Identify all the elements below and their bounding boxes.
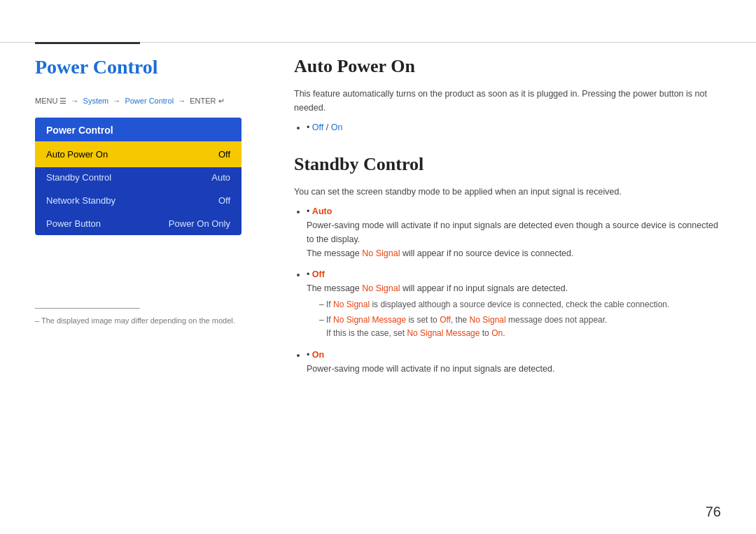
auto-power-on-desc: This feature automatically turns on the … [294, 87, 721, 115]
auto-power-on-title: Auto Power On [294, 56, 721, 77]
off-link: Off [312, 122, 323, 132]
menu-item-value-power-button: Power On Only [169, 218, 230, 229]
standby-bullet-on: On Power-saving mode will activate if no… [307, 348, 721, 376]
standby-control-section: Standby Control You can set the screen s… [294, 154, 721, 376]
breadcrumb: MENU ☰ → System → Power Control → ENTER … [35, 97, 225, 106]
menu-item-value-auto-power-on: Off [218, 149, 230, 160]
menu-item-value-standby-control: Auto [211, 172, 230, 183]
standby-off-text: The message No Signal will appear if no … [307, 283, 568, 293]
menu-item-value-network-standby: Off [218, 195, 230, 206]
standby-off-sub2: If No Signal Message is set to Off, the … [319, 314, 721, 340]
right-content: Auto Power On This feature automatically… [294, 56, 721, 383]
menu-panel: Power Control Auto Power On Off Standby … [35, 118, 241, 235]
menu-item-auto-power-on[interactable]: Auto Power On Off [35, 143, 241, 166]
standby-control-title: Standby Control [294, 154, 721, 175]
on-link: On [331, 122, 343, 132]
auto-power-on-bullet-offon: Off / On [307, 120, 721, 134]
breadcrumb-power-control: Power Control [125, 97, 174, 105]
menu-item-label-power-button: Power Button [46, 218, 101, 229]
standby-auto-text: Power-saving mode will activate if no in… [307, 220, 718, 244]
auto-power-on-bullets: Off / On [307, 120, 721, 134]
standby-auto-note: The message No Signal will appear if no … [307, 248, 573, 258]
breadcrumb-arrow1: → [71, 97, 79, 105]
standby-on-text: Power-saving mode will activate if no in… [307, 364, 554, 374]
breadcrumb-arrow3: → [178, 97, 186, 105]
breadcrumb-system: System [83, 97, 109, 105]
breadcrumb-arrow2: → [113, 97, 120, 105]
off-label: Off [312, 269, 325, 279]
standby-bullet-off: Off The message No Signal will appear if… [307, 267, 721, 295]
footnote-divider [35, 308, 140, 309]
footnote: – The displayed image may differ dependi… [35, 316, 235, 325]
standby-bullet-auto: Auto Power-saving mode will activate if … [307, 204, 721, 260]
menu-item-label-auto-power-on: Auto Power On [46, 149, 108, 160]
standby-control-bullets: Auto Power-saving mode will activate if … [307, 204, 721, 376]
menu-item-label-standby-control: Standby Control [46, 172, 111, 183]
menu-panel-title: Power Control [35, 118, 241, 143]
standby-control-desc: You can set the screen standby mode to b… [294, 185, 721, 199]
menu-item-network-standby[interactable]: Network Standby Off [35, 189, 241, 212]
menu-item-label-network-standby: Network Standby [46, 195, 115, 206]
standby-off-sub1: If No Signal is displayed although a sou… [319, 298, 721, 311]
menu-item-power-button[interactable]: Power Button Power On Only [35, 212, 241, 235]
auto-label: Auto [312, 206, 332, 216]
menu-item-standby-control[interactable]: Standby Control Auto [35, 166, 241, 189]
breadcrumb-enter: ENTER ↵ [190, 97, 224, 105]
page-number: 76 [706, 504, 721, 520]
accent-line [35, 42, 140, 44]
on-label: On [312, 350, 324, 360]
page-title: Power Control [35, 56, 158, 78]
breadcrumb-menu: MENU ☰ [35, 97, 66, 105]
